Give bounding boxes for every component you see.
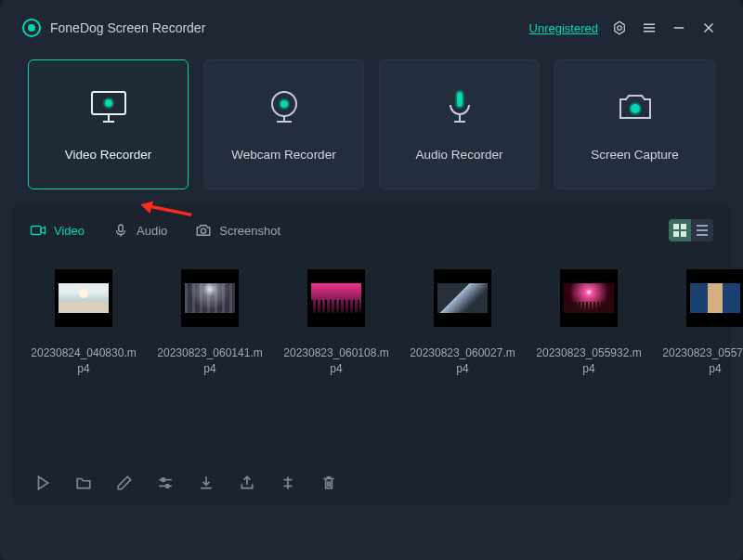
file-thumbnail: [181, 269, 239, 327]
edit-button[interactable]: [115, 474, 134, 492]
mode-selector-row: Video Recorder Webcam Recorder Audio R: [9, 45, 734, 199]
view-mode-toggle: [669, 219, 713, 241]
svg-marker-0: [615, 21, 625, 34]
delete-button[interactable]: [319, 474, 338, 492]
file-item[interactable]: 20230823_055736.mp4: [663, 269, 743, 468]
tab-video[interactable]: Video: [30, 223, 85, 238]
microphone-icon: [437, 88, 482, 125]
open-folder-button[interactable]: [74, 474, 93, 492]
play-button[interactable]: [33, 474, 52, 492]
svg-rect-14: [456, 91, 463, 108]
mode-label: Video Recorder: [65, 148, 152, 162]
file-name: 20230823_055736.mp4: [660, 345, 743, 378]
panel-tabbar: Video Audio Screenshot: [30, 217, 713, 243]
app-window: FoneDog Screen Recorder Unregistered: [0, 0, 743, 560]
monitor-icon: [86, 88, 131, 125]
close-icon[interactable]: [700, 20, 717, 36]
convert-button[interactable]: [279, 474, 297, 492]
file-name: 20230823_060141.mp4: [155, 345, 265, 378]
webcam-icon: [262, 88, 306, 125]
file-thumbnail: [307, 269, 365, 327]
file-thumbnail: [560, 269, 618, 327]
file-item[interactable]: 20230823_060108.mp4: [284, 269, 388, 468]
titlebar-controls: Unregistered: [529, 20, 717, 36]
svg-rect-25: [681, 231, 686, 237]
file-toolbar: [30, 468, 713, 498]
mode-video-recorder[interactable]: Video Recorder: [28, 59, 189, 189]
file-name: 20230823_060027.mp4: [408, 345, 517, 378]
adjust-button[interactable]: [156, 474, 175, 492]
settings-icon[interactable]: [611, 20, 628, 36]
svg-point-17: [630, 103, 641, 114]
svg-point-13: [280, 99, 289, 109]
tab-label: Screenshot: [219, 224, 280, 238]
file-thumbnail: [686, 269, 743, 327]
grid-view-button[interactable]: [669, 219, 691, 241]
tab-audio[interactable]: Audio: [112, 223, 167, 238]
file-name: 20230824_040830.mp4: [29, 345, 138, 378]
file-thumbnail: [434, 269, 491, 327]
file-item[interactable]: 20230823_060027.mp4: [411, 269, 515, 468]
svg-rect-18: [32, 227, 42, 235]
file-name: 20230823_060108.mp4: [281, 345, 391, 378]
svg-point-32: [166, 485, 169, 488]
mode-webcam-recorder[interactable]: Webcam Recorder: [203, 59, 364, 189]
svg-rect-24: [673, 231, 679, 237]
app-title: FoneDog Screen Recorder: [50, 20, 529, 35]
registration-link[interactable]: Unregistered: [529, 21, 598, 35]
tab-screenshot[interactable]: Screenshot: [195, 223, 280, 238]
svg-point-21: [202, 228, 206, 233]
mode-label: Screen Capture: [591, 148, 679, 162]
mode-label: Webcam Recorder: [231, 148, 335, 162]
file-name: 20230823_055932.mp4: [534, 345, 644, 378]
app-logo-icon: [22, 19, 41, 37]
mode-screen-capture[interactable]: Screen Capture: [554, 59, 715, 189]
camera-icon: [613, 88, 658, 125]
share-button[interactable]: [238, 474, 256, 492]
menu-icon[interactable]: [641, 20, 658, 36]
minimize-icon[interactable]: [671, 20, 687, 36]
svg-rect-23: [681, 224, 686, 229]
tab-label: Audio: [137, 224, 167, 238]
svg-point-11: [104, 98, 113, 108]
file-item[interactable]: 20230824_040830.mp4: [32, 269, 136, 468]
file-grid: 20230824_040830.mp4 20230823_060141.mp4 …: [30, 249, 713, 468]
mode-audio-recorder[interactable]: Audio Recorder: [379, 59, 540, 189]
svg-point-31: [162, 478, 164, 481]
tab-label: Video: [54, 224, 85, 238]
file-item[interactable]: 20230823_060141.mp4: [158, 269, 262, 468]
titlebar: FoneDog Screen Recorder Unregistered: [9, 11, 734, 45]
file-item[interactable]: 20230823_055932.mp4: [537, 269, 641, 468]
svg-rect-22: [673, 224, 679, 229]
list-view-button[interactable]: [691, 219, 713, 241]
file-thumbnail: [55, 269, 112, 327]
mode-label: Audio Recorder: [416, 148, 503, 162]
download-button[interactable]: [197, 474, 215, 492]
svg-point-1: [618, 26, 622, 31]
recordings-panel: Video Audio Screenshot 2: [13, 204, 730, 505]
svg-rect-19: [119, 225, 124, 232]
